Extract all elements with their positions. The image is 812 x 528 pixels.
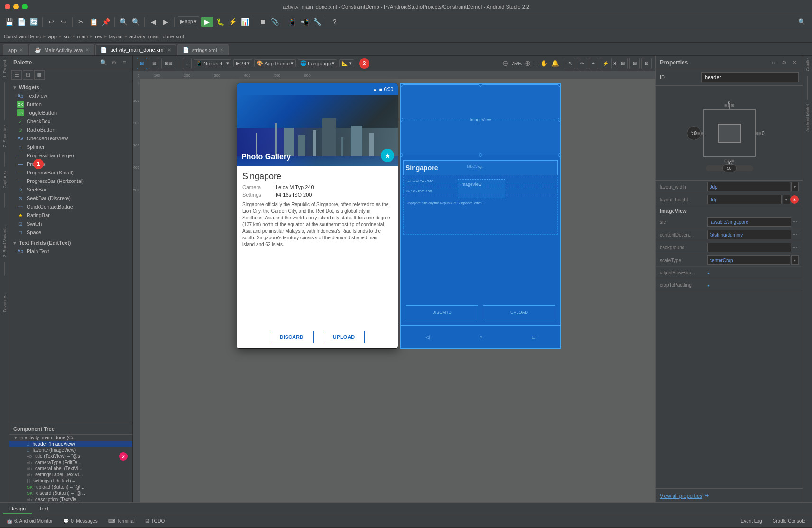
palette-settings-btn[interactable]: ⚙ (110, 58, 118, 67)
profile-btn[interactable]: 📊 (240, 17, 250, 27)
palette-item-progressbar-large[interactable]: — ProgressBar (Large) (9, 151, 132, 160)
palette-item-togglebutton[interactable]: OK ToggleButton (9, 109, 132, 117)
theme-selector[interactable]: 🎨 AppTheme ▾ (254, 59, 296, 67)
pan-btn[interactable]: ✋ (540, 60, 548, 67)
attach-btn[interactable]: 📎 (270, 17, 280, 27)
build-variants-label[interactable]: 2: Build Variants (2, 227, 7, 257)
device-selector[interactable]: 📱 Nexus 4 - ▾ (194, 59, 231, 67)
tree-item-settings[interactable]: ▷ | | settings (EditText) – (9, 478, 132, 484)
palette-item-seekbar[interactable]: ⊙ SeekBar (9, 185, 132, 194)
lh-input[interactable] (707, 195, 782, 204)
messages-btn[interactable]: 💬 0: Messages (59, 517, 102, 526)
undo-btn[interactable]: ↩ (46, 17, 56, 27)
distribute-btn[interactable]: ⊟ (629, 58, 640, 69)
bg-more-btn[interactable]: ⋯ (791, 243, 799, 252)
blueprint-view-btn[interactable]: ⊟ (149, 58, 159, 69)
palette-item-space[interactable]: □ Space (9, 228, 132, 237)
palette-item-progressbar-horizontal[interactable]: — ProgressBar (Horizontal) (9, 177, 132, 185)
prop-close-btn[interactable]: ✕ (790, 58, 799, 67)
tree-item-root[interactable]: ▼ ⊞ activity_main_done (Co (9, 435, 132, 441)
tree-item-favorite[interactable]: ▷ □ favorite (ImageView) (9, 447, 132, 453)
bp-camera-row[interactable]: Leica M Typ 240 (403, 177, 558, 185)
bc-res[interactable]: res (95, 34, 102, 39)
redo-btn[interactable]: ↪ (58, 17, 69, 27)
tree-item-description[interactable]: ▷ Ab description (TextVie... (9, 496, 132, 502)
canvas-area[interactable]: 0 100 200 300 400 500 600 0 100 200 300 … (133, 71, 655, 502)
tree-item-cameratype[interactable]: ▷ Ab cameraType (EditTe... (9, 459, 132, 465)
bp-handle-bl[interactable] (400, 153, 403, 157)
zoom-in-btn[interactable]: ⊕ (525, 59, 531, 68)
save-btn[interactable]: 💾 (4, 17, 14, 27)
palette-item-seekbar-discrete[interactable]: ⊙ SeekBar (Discrete) (9, 194, 132, 202)
bc-app[interactable]: app (48, 34, 56, 39)
st-dropdown-btn[interactable]: ▾ (791, 255, 799, 265)
tab-activity-main-done[interactable]: 📄 activity_main_done.xml ✕ (95, 44, 176, 55)
avd-btn[interactable]: 📲 (300, 17, 310, 27)
bp-header-element[interactable]: ImageView (401, 84, 560, 155)
align-btn[interactable]: ⊞ (618, 58, 628, 69)
drag-btn[interactable]: + (589, 58, 598, 69)
avb-toggle[interactable]: ▪ (707, 269, 710, 277)
tab-app[interactable]: app ✕ (3, 44, 28, 55)
lw-input[interactable] (707, 182, 790, 191)
cd-more-btn[interactable]: ⋯ (791, 230, 799, 239)
bc-src[interactable]: src (64, 34, 71, 39)
phone-discard-btn[interactable]: DISCARD (270, 331, 314, 343)
palette-item-textview[interactable]: Ab TextView (9, 91, 132, 100)
tab-close-mainactivity[interactable]: ✕ (85, 47, 89, 53)
sync-gradle-btn[interactable]: 🔧 (312, 17, 323, 27)
minimize-button[interactable] (13, 4, 19, 9)
prop-settings-btn[interactable]: ⚙ (780, 58, 788, 67)
gradle-label[interactable]: Gradle (805, 58, 810, 71)
both-view-btn[interactable]: ⊞⊟ (161, 58, 175, 69)
zoom-out-btn[interactable]: ⊖ (502, 59, 508, 68)
paste-btn[interactable]: 📌 (101, 17, 111, 27)
select-btn[interactable]: ↖ (565, 58, 575, 69)
palette-view-grid-btn[interactable]: ⊞ (23, 70, 33, 80)
margin-btn[interactable]: ⊡ (641, 58, 652, 69)
debug-btn[interactable]: 🐛 (215, 17, 226, 27)
palette-item-checkedtextview[interactable]: Av CheckedTextView (9, 134, 132, 143)
fit-screen-btn[interactable]: □ (534, 60, 537, 67)
tab-close-app[interactable]: ✕ (19, 47, 23, 53)
language-selector[interactable]: 🌐 Language ▾ (298, 59, 337, 67)
android-monitor-btn[interactable]: 🤖 6: Android Monitor (3, 517, 56, 526)
tree-item-title[interactable]: ▷ Ab title (TextView) – "@s 2 (9, 453, 132, 459)
new-btn[interactable]: 📄 (16, 17, 27, 27)
bp-handle-tl[interactable] (400, 83, 403, 87)
replace-btn[interactable]: 🔍 (130, 17, 141, 27)
sync-btn[interactable]: 🔄 (28, 17, 39, 27)
palette-search-btn[interactable]: 🔍 (99, 58, 108, 67)
copy-btn[interactable]: 📋 (88, 17, 99, 27)
bp-discard-btn[interactable]: DISCARD (406, 305, 478, 319)
palette-view-list-btn[interactable]: ☰ (11, 70, 22, 80)
id-input[interactable] (701, 72, 799, 82)
terminal-btn[interactable]: ⌨ Terminal (104, 517, 138, 526)
bp-handle-r[interactable] (558, 118, 561, 122)
bc-constraintdemo[interactable]: ConstraintDemo (4, 34, 41, 39)
cd-input[interactable] (707, 230, 791, 239)
bp-description-element[interactable]: Singapore officially the Republic of Sin… (403, 197, 558, 235)
tree-item-header[interactable]: ▷ □ header (ImageView) (9, 441, 132, 447)
tab-close-activity[interactable]: ✕ (167, 47, 171, 53)
bg-input[interactable] (707, 243, 791, 252)
bc-file[interactable]: activity_main_done.xml (129, 34, 184, 39)
palette-item-progressbar-small[interactable]: — ProgressBar (Small) (9, 168, 132, 177)
tree-item-settingslabel[interactable]: ▷ Ab settingsLabel (TextVi... (9, 472, 132, 478)
run-btn[interactable]: ▶ (201, 17, 213, 27)
tree-item-discard[interactable]: ▷ OK discard (Button) – "@... (9, 490, 132, 496)
tab-design[interactable]: Design (3, 504, 32, 514)
close-button[interactable] (5, 4, 10, 9)
orientation-btn[interactable]: ↕ (183, 58, 192, 69)
cut-btn[interactable]: ✂ (76, 17, 86, 27)
global-search[interactable]: 🔍 (795, 17, 808, 27)
tab-close-strings[interactable]: ✕ (220, 47, 223, 53)
edit-btn[interactable]: ✏ (577, 58, 587, 69)
bp-handle-b[interactable] (479, 153, 482, 157)
help-btn[interactable]: ? (330, 17, 340, 27)
src-more-btn[interactable]: ⋯ (791, 217, 799, 227)
palette-item-switch[interactable]: ⊡ Switch (9, 219, 132, 228)
screen-size-selector[interactable]: 📐▾ (339, 59, 354, 67)
bp-handle-tr[interactable] (558, 83, 561, 87)
palette-view-compact-btn[interactable]: ≣ (34, 70, 45, 80)
